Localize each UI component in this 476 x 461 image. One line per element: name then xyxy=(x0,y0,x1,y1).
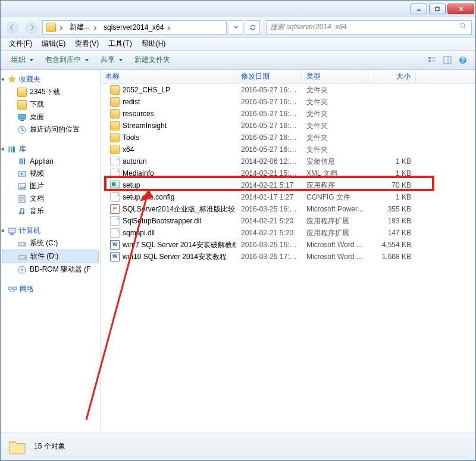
address-bar[interactable]: 新建... sqlserver2014_x64 xyxy=(42,20,227,35)
sidebar-item-library[interactable]: 图片 xyxy=(1,180,100,192)
maximize-button[interactable] xyxy=(429,4,446,14)
sidebar-item-label: Applian xyxy=(30,157,54,166)
file-name: redist xyxy=(123,98,140,106)
menu-tools[interactable]: 工具(T) xyxy=(104,38,136,50)
folder-icon xyxy=(8,437,27,456)
file-type: 文件夹 xyxy=(302,109,368,119)
preview-pane-button[interactable] xyxy=(440,53,455,67)
search-input[interactable]: 搜索 sqlserver2014_x64 xyxy=(266,20,472,35)
file-row[interactable]: 2052_CHS_LP2016-05-27 16:37文件夹 xyxy=(101,84,475,96)
menu-file[interactable]: 文件(F) xyxy=(4,38,37,50)
sidebar-item-drive[interactable]: BD-ROM 驱动器 (F xyxy=(1,263,100,276)
sidebar-favorites-header[interactable]: 收藏夹 xyxy=(1,73,100,86)
file-row[interactable]: setup2014-02-21 5:17应用程序70 KB xyxy=(101,179,475,191)
svg-rect-20 xyxy=(11,147,12,152)
file-row[interactable]: Tools2016-05-27 16:38文件夹 xyxy=(101,132,475,144)
file-size: 1 KB xyxy=(368,169,416,177)
sidebar-item-favorite[interactable]: 2345下载 xyxy=(1,86,100,98)
folder-icon xyxy=(110,133,120,142)
sidebar-item-library[interactable]: 视频 xyxy=(1,167,100,180)
navigation-row: 新建... sqlserver2014_x64 搜索 sqlserver2014… xyxy=(1,17,475,38)
file-list[interactable]: 名称 修改日期 类型 大小 2052_CHS_LP2016-05-27 16:3… xyxy=(101,70,475,432)
column-date[interactable]: 修改日期 xyxy=(236,70,302,83)
forward-button[interactable] xyxy=(23,20,40,35)
folder-icon xyxy=(110,97,120,107)
file-row[interactable]: setup.exe.config2014-01-17 1:27CONFIG 文件… xyxy=(101,191,475,203)
svg-rect-44 xyxy=(13,287,17,289)
sidebar-libraries-header[interactable]: 库 xyxy=(1,143,100,155)
svg-rect-43 xyxy=(8,287,12,289)
library-icon xyxy=(7,145,17,154)
file-size: 1 KB xyxy=(368,193,416,201)
sidebar-item-favorite[interactable]: 最近访问的位置 xyxy=(1,123,100,136)
svg-rect-12 xyxy=(444,57,451,64)
file-date: 2014-02-21 5:20 xyxy=(236,217,302,225)
file-row[interactable]: SqlSetupBootstrapper.dll2014-02-21 5:20应… xyxy=(101,215,475,227)
sidebar-item-library[interactable]: 文档 xyxy=(1,192,100,205)
sidebar-item-label: 视频 xyxy=(30,169,44,179)
file-type: CONFIG 文件 xyxy=(302,192,368,203)
folder-icon xyxy=(17,88,27,97)
file-row[interactable]: resources2016-05-27 16:38文件夹 xyxy=(101,108,475,120)
sidebar-item-drive[interactable]: 软件 (D:) xyxy=(2,250,99,263)
back-button[interactable] xyxy=(4,20,21,35)
svg-line-7 xyxy=(464,27,466,29)
sidebar-item-label: 下载 xyxy=(30,99,44,110)
minimize-button[interactable] xyxy=(411,4,427,14)
sidebar-item-drive[interactable]: 系统 (C:) xyxy=(1,237,100,250)
menu-edit[interactable]: 编辑(E) xyxy=(37,38,70,50)
file-row[interactable]: SQLServer2014企业版_标准版比较2016-03-25 16:03Mi… xyxy=(101,203,475,215)
column-type[interactable]: 类型 xyxy=(302,70,368,83)
breadcrumb-segment[interactable]: 新建... xyxy=(66,21,100,34)
share-button[interactable]: 共享 xyxy=(95,52,129,67)
file-size: 70 KB xyxy=(368,181,416,189)
file-row[interactable]: x642016-05-27 16:39文件夹 xyxy=(101,144,475,155)
file-row[interactable]: win10 SQL Server 2014安装教程2016-03-25 17:0… xyxy=(101,251,475,263)
video-icon xyxy=(17,169,27,179)
sidebar-network-header[interactable]: 网络 xyxy=(1,283,100,295)
sidebar-item-library[interactable]: 音乐 xyxy=(1,205,100,217)
file-row[interactable]: StreamInsight2016-05-27 16:38文件夹 xyxy=(101,120,475,132)
word-icon xyxy=(110,252,120,261)
include-library-button[interactable]: 包含到库中 xyxy=(39,52,95,67)
sidebar-item-label: 系统 (C:) xyxy=(30,238,58,248)
column-name[interactable]: 名称 xyxy=(101,70,236,83)
history-dropdown[interactable] xyxy=(229,20,243,35)
breadcrumb-segment[interactable]: sqlserver2014_x64 xyxy=(100,21,174,34)
file-date: 2016-03-25 16:59 xyxy=(236,241,302,249)
refresh-button[interactable] xyxy=(246,20,260,35)
file-row[interactable]: MediaInfo2014-02-21 15:39XML 文档1 KB xyxy=(101,167,475,179)
sidebar-item-favorite[interactable]: 下载 xyxy=(1,98,100,111)
navigation-pane[interactable]: 收藏夹 2345下载下载桌面最近访问的位置 库 Applian视频图片文档音乐 … xyxy=(1,70,101,432)
sidebar-item-library[interactable]: Applian xyxy=(1,155,100,167)
file-date: 2016-05-27 16:38 xyxy=(236,122,302,130)
sidebar-item-label: 最近访问的位置 xyxy=(30,124,80,135)
file-row[interactable]: autorun2014-02-06 12:56安装信息1 KB xyxy=(101,155,475,167)
file-type: Microsoft Power... xyxy=(302,205,368,213)
breadcrumb-root[interactable] xyxy=(43,21,66,34)
file-row[interactable]: win 7 SQL Server 2014安装破解教程2016-03-25 16… xyxy=(101,239,475,251)
file-name: setup.exe.config xyxy=(123,193,174,201)
file-icon xyxy=(110,157,120,166)
sidebar-computer-header[interactable]: 计算机 xyxy=(1,225,100,237)
file-name: win10 SQL Server 2014安装教程 xyxy=(123,252,227,262)
menu-help[interactable]: 帮助(H) xyxy=(137,38,171,50)
file-row[interactable]: redist2016-05-27 16:38文件夹 xyxy=(101,96,475,108)
svg-point-6 xyxy=(461,23,465,27)
file-name: StreamInsight xyxy=(123,122,167,130)
view-mode-button[interactable] xyxy=(424,53,440,67)
desktop-icon xyxy=(17,113,27,122)
sidebar-item-favorite[interactable]: 桌面 xyxy=(1,111,100,123)
sidebar-item-label: 音乐 xyxy=(30,206,44,216)
file-icon xyxy=(110,228,120,238)
close-button[interactable] xyxy=(447,4,474,14)
menu-view[interactable]: 查看(V) xyxy=(70,38,104,50)
sidebar-section-label: 计算机 xyxy=(19,226,40,236)
help-button[interactable]: ? xyxy=(455,53,471,67)
organize-button[interactable]: 组织 xyxy=(5,52,39,67)
expand-icon xyxy=(1,229,6,233)
svg-point-40 xyxy=(24,257,26,258)
new-folder-button[interactable]: 新建文件夹 xyxy=(129,52,176,67)
column-size[interactable]: 大小 xyxy=(368,70,416,83)
file-row[interactable]: sqmapi.dll2014-02-21 5:20应用程序扩展147 KB xyxy=(101,227,475,239)
